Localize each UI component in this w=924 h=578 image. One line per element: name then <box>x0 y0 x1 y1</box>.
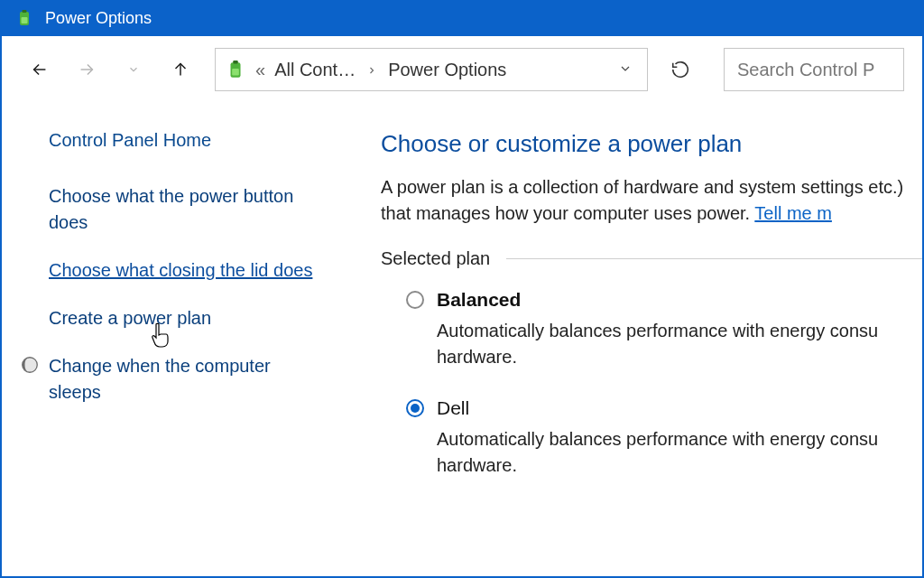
sidebar: Control Panel Home Choose what the power… <box>2 130 354 506</box>
page-description: A power plan is a collection of hardware… <box>381 174 922 227</box>
svg-rect-5 <box>232 69 239 76</box>
plan-name-balanced[interactable]: Balanced <box>437 289 521 311</box>
radio-balanced[interactable] <box>406 291 424 309</box>
refresh-button[interactable] <box>661 50 700 89</box>
titlebar: Power Options <box>2 0 922 36</box>
control-panel-home-link[interactable]: Control Panel Home <box>49 130 327 151</box>
svg-rect-1 <box>23 10 27 13</box>
battery-icon <box>225 59 246 80</box>
moon-icon <box>20 355 40 379</box>
forward-button[interactable] <box>67 50 106 89</box>
chevron-right-icon[interactable] <box>365 60 379 80</box>
sidebar-link-closing-lid[interactable]: Choose what closing the lid does <box>49 257 327 284</box>
up-button[interactable] <box>161 50 200 89</box>
plan-name-dell[interactable]: Dell <box>437 397 469 419</box>
section-label: Selected plan <box>381 248 490 269</box>
page-heading: Choose or customize a power plan <box>381 130 922 158</box>
sidebar-link-create-plan[interactable]: Create a power plan <box>49 305 327 331</box>
tell-me-more-link[interactable]: Tell me m <box>754 203 832 223</box>
search-placeholder: Search Control P <box>737 60 874 80</box>
sidebar-link-sleeps[interactable]: Change when the computer sleeps <box>49 353 327 406</box>
svg-rect-2 <box>22 17 28 23</box>
breadcrumb-segment-1[interactable]: All Cont… <box>274 60 356 80</box>
plan-desc-balanced: Automatically balances performance with … <box>437 318 922 370</box>
sidebar-link-power-button[interactable]: Choose what the power button does <box>49 183 327 236</box>
nav-toolbar: « All Cont… Power Options Search Control… <box>2 36 922 103</box>
main-content: Choose or customize a power plan A power… <box>354 130 922 506</box>
section-selected-plan: Selected plan <box>381 248 922 269</box>
plan-balanced: Balanced Automatically balances performa… <box>381 289 922 370</box>
svg-rect-4 <box>233 61 238 63</box>
radio-dell[interactable] <box>406 399 424 417</box>
divider <box>506 258 922 259</box>
plan-dell: Dell Automatically balances performance … <box>381 397 922 479</box>
breadcrumb-segment-2[interactable]: Power Options <box>388 60 506 80</box>
battery-icon <box>14 8 34 28</box>
address-dropdown[interactable] <box>613 60 638 80</box>
search-input[interactable]: Search Control P <box>724 48 904 91</box>
address-bar[interactable]: « All Cont… Power Options <box>215 48 648 91</box>
back-button[interactable] <box>20 50 60 89</box>
breadcrumb-lead: « <box>255 60 265 80</box>
window-title: Power Options <box>45 9 152 28</box>
recent-dropdown[interactable] <box>114 50 153 89</box>
plan-desc-dell: Automatically balances performance with … <box>437 426 922 479</box>
